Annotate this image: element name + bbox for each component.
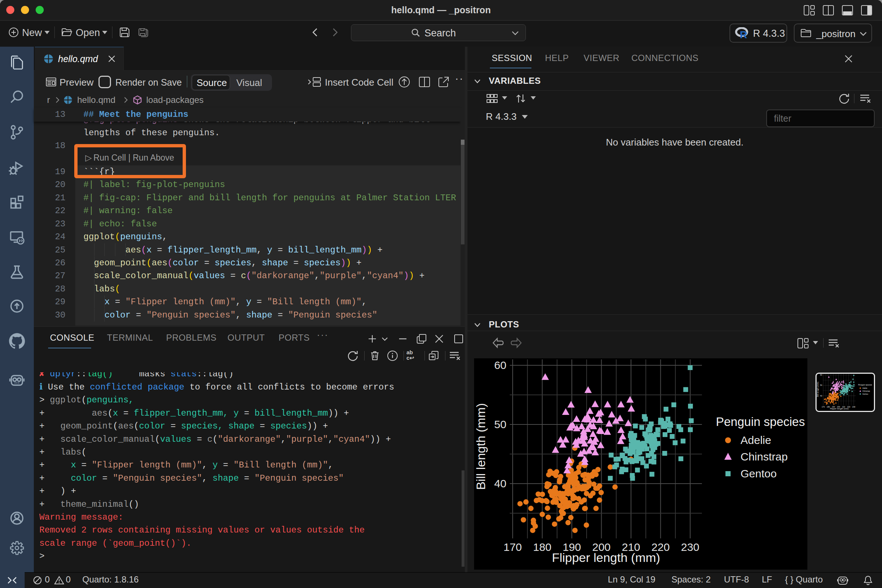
svg-text:Penguin species: Penguin species [858, 384, 872, 386]
svg-text:Penguin species: Penguin species [716, 415, 805, 429]
svg-text:R: R [740, 29, 747, 39]
svg-text:180: 180 [533, 541, 551, 553]
svg-text:170: 170 [504, 541, 522, 553]
svg-text:230: 230 [681, 541, 699, 553]
svg-text:Chinstrap: Chinstrap [741, 450, 788, 463]
svg-text:170: 170 [822, 406, 825, 408]
svg-text:40: 40 [494, 477, 506, 489]
svg-text:230: 230 [852, 406, 855, 408]
svg-text:Bill length (mm): Bill length (mm) [474, 403, 488, 490]
svg-text:60: 60 [820, 374, 822, 376]
svg-text:180: 180 [827, 406, 830, 408]
svg-text:50: 50 [494, 418, 506, 430]
svg-text:50: 50 [820, 384, 822, 386]
svg-text:Adelie: Adelie [741, 434, 771, 446]
svg-text:Flipper length (mm): Flipper length (mm) [830, 408, 849, 410]
svg-text:Flipper length (mm): Flipper length (mm) [552, 550, 660, 564]
svg-text:Gentoo: Gentoo [741, 468, 777, 480]
svg-text:40: 40 [820, 395, 822, 397]
svg-text:Adelie: Adelie [862, 387, 868, 389]
svg-text:Chinstrap: Chinstrap [862, 390, 870, 392]
svg-text:Bill length (mm): Bill length (mm) [817, 381, 819, 396]
svg-text:Gentoo: Gentoo [862, 393, 868, 395]
svg-text:60: 60 [494, 359, 506, 371]
